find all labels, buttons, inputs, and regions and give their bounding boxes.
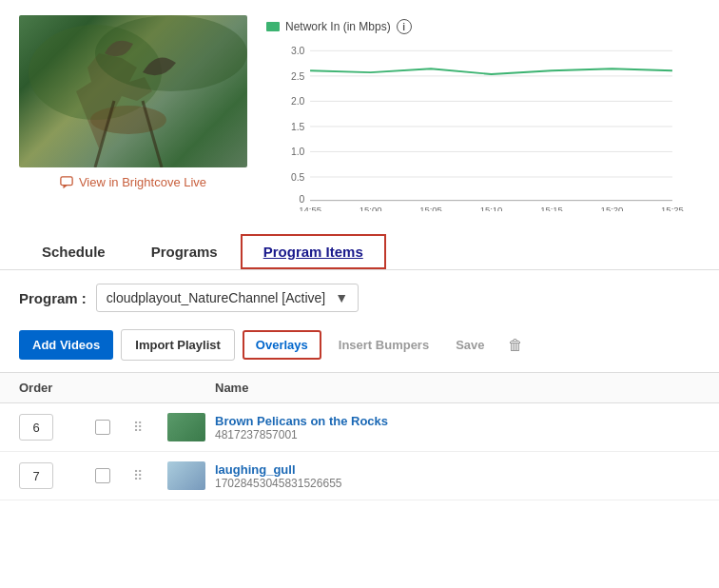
tab-schedule[interactable]: Schedule — [19, 234, 128, 269]
program-dropdown[interactable]: cloudplayout_NatureChannel [Active] ▼ — [96, 284, 359, 312]
chat-icon — [60, 176, 73, 189]
col-name: Name — [215, 381, 700, 395]
dropdown-arrow-icon: ▼ — [335, 290, 348, 305]
actions-row: Add Videos Import Playlist Overlays Inse… — [0, 325, 719, 372]
col-check — [95, 381, 133, 395]
video-name[interactable]: Brown Pelicans on the Rocks — [215, 414, 388, 428]
chart-legend: Network In (in Mbps) i — [266, 19, 700, 34]
order-cell: 6 — [19, 414, 53, 441]
col-order: Order — [19, 381, 95, 395]
delete-button[interactable]: 🗑 — [502, 331, 529, 360]
program-row: Program : cloudplayout_NatureChannel [Ac… — [0, 270, 719, 325]
import-playlist-button[interactable]: Import Playlist — [121, 329, 235, 361]
order-cell: 7 — [19, 462, 53, 489]
network-chart: 3.0 2.5 2.0 1.5 1.0 0.5 0 14:55 15 — [266, 40, 700, 211]
view-in-brightcove-link[interactable]: View in Brightcove Live — [19, 175, 247, 189]
svg-text:1.0: 1.0 — [291, 147, 305, 157]
video-id: 17028453045831526655 — [215, 477, 341, 490]
row-checkbox[interactable] — [95, 420, 110, 435]
table-row: 7 ⠿ laughing_gull 17028453045831526655 — [0, 452, 719, 500]
program-selected-value: cloudplayout_NatureChannel [Active] — [107, 290, 325, 305]
save-button[interactable]: Save — [446, 330, 494, 360]
svg-text:14:55: 14:55 — [299, 205, 321, 211]
svg-point-3 — [90, 106, 166, 134]
svg-text:1.5: 1.5 — [291, 122, 305, 132]
name-cell: laughing_gull 17028453045831526655 — [215, 462, 700, 490]
row-checkbox[interactable] — [95, 468, 110, 483]
video-preview — [19, 15, 247, 167]
name-cell: Brown Pelicans on the Rocks 481723785700… — [215, 414, 700, 441]
drag-handle-icon[interactable]: ⠿ — [133, 420, 167, 435]
svg-text:15:15: 15:15 — [540, 205, 563, 211]
svg-text:0.5: 0.5 — [291, 172, 305, 183]
svg-text:15:20: 15:20 — [601, 205, 624, 211]
svg-rect-6 — [61, 176, 72, 185]
tabs-section: Schedule Programs Program Items — [0, 223, 719, 270]
chart-container: 3.0 2.5 2.0 1.5 1.0 0.5 0 14:55 15 — [266, 40, 700, 211]
thumbnail-image — [167, 413, 205, 441]
video-name[interactable]: laughing_gull — [215, 462, 341, 477]
svg-text:15:05: 15:05 — [419, 205, 442, 211]
video-id: 4817237857001 — [215, 428, 388, 441]
chart-area: Network In (in Mbps) i 3.0 2.5 2.0 1.5 1… — [266, 15, 700, 215]
video-thumbnail: View in Brightcove Live — [19, 15, 247, 215]
svg-text:0: 0 — [300, 194, 305, 205]
col-drag — [133, 381, 167, 395]
overlays-button[interactable]: Overlays — [243, 330, 321, 360]
tab-programs[interactable]: Programs — [128, 234, 241, 269]
col-thumb — [167, 381, 215, 395]
insert-bumpers-button[interactable]: Insert Bumpers — [329, 330, 438, 360]
row-info: laughing_gull 17028453045831526655 — [215, 462, 341, 490]
svg-text:3.0: 3.0 — [291, 46, 305, 56]
svg-text:15:10: 15:10 — [480, 205, 503, 211]
svg-text:15:25: 15:25 — [661, 205, 684, 211]
top-section: View in Brightcove Live Network In (in M… — [0, 0, 719, 223]
table-header: Order Name — [0, 372, 719, 403]
program-label: Program : — [19, 290, 87, 306]
chart-title: Network In (in Mbps) — [285, 20, 391, 33]
row-info: Brown Pelicans on the Rocks 481723785700… — [215, 414, 388, 441]
table-row: 6 ⠿ Brown Pelicans on the Rocks 48172378… — [0, 403, 719, 452]
add-videos-button[interactable]: Add Videos — [19, 330, 113, 360]
legend-color-box — [266, 22, 280, 31]
svg-text:15:00: 15:00 — [360, 205, 382, 211]
svg-text:2.5: 2.5 — [291, 71, 305, 82]
thumbnail-image — [167, 461, 205, 490]
svg-text:2.0: 2.0 — [291, 96, 305, 107]
drag-handle-icon[interactable]: ⠿ — [133, 468, 167, 483]
tab-program-items[interactable]: Program Items — [241, 234, 386, 269]
info-icon[interactable]: i — [397, 19, 412, 34]
